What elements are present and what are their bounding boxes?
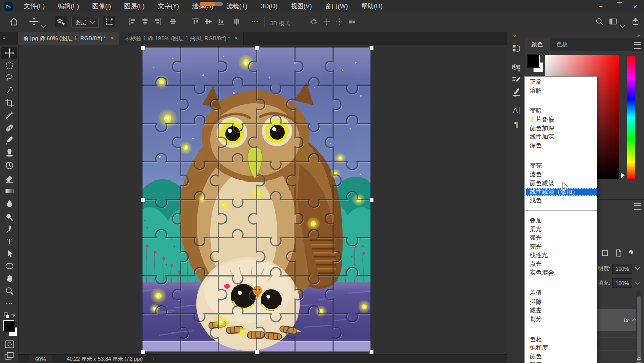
blend-mode-selected[interactable]: 线性减淡（添加） <box>525 188 597 196</box>
menu-2[interactable]: 图像(I) <box>86 0 118 12</box>
distribute-v-icon[interactable] <box>232 17 241 26</box>
blend-mode-item[interactable]: 减去 <box>525 306 597 315</box>
zoom-tool[interactable] <box>1 285 17 297</box>
dolly-3d-icon[interactable] <box>335 18 343 26</box>
blend-mode-item[interactable]: 深色 <box>525 141 597 150</box>
move-tool-dropdown-icon[interactable] <box>42 20 45 29</box>
clone-stamp-tool[interactable] <box>1 146 17 159</box>
pan-3d-icon[interactable] <box>323 18 331 26</box>
menu-8[interactable]: 视图(V) <box>284 0 318 12</box>
foreground-color-swatch[interactable] <box>528 55 540 67</box>
blend-mode-item[interactable]: 变亮 <box>525 162 597 170</box>
blend-mode-item[interactable]: 线性光 <box>525 251 597 260</box>
menu-7[interactable]: 3D(D) <box>254 0 284 12</box>
more-options-icon[interactable] <box>251 18 259 26</box>
panel-icon-materials[interactable] <box>510 62 522 73</box>
history-brush-tool[interactable] <box>1 159 17 171</box>
menu-0[interactable]: 文件(F) <box>17 0 51 12</box>
orbit-3d-icon[interactable] <box>310 18 318 26</box>
workspace-dropdown-icon[interactable] <box>621 20 624 29</box>
tools-collapse-icon[interactable]: » <box>3 35 5 40</box>
blend-mode-item[interactable]: 点光 <box>525 260 597 268</box>
transform-handle[interactable] <box>369 46 374 50</box>
panel-icon-history[interactable] <box>510 43 522 54</box>
healing-brush-tool[interactable] <box>1 122 17 134</box>
blend-mode-item[interactable]: 饱和度 <box>525 344 597 352</box>
blend-mode-item[interactable]: 差值 <box>525 289 597 297</box>
page-filter-icon[interactable] <box>614 249 623 257</box>
document-tab-1[interactable]: 未标题-1 @ 195% (图层 1 拷贝, RGB/8#) *× <box>119 32 243 45</box>
move-tool-option-icon[interactable] <box>29 17 38 26</box>
blend-mode-item[interactable]: 色相 <box>525 335 597 344</box>
blend-mode-item[interactable]: 颜色减淡 <box>525 179 597 188</box>
fill-value[interactable]: 100% <box>612 278 632 288</box>
opacity-value[interactable]: 100% <box>612 264 632 274</box>
shape-tool[interactable] <box>1 260 17 272</box>
panel-icon-brushes[interactable] <box>510 86 522 98</box>
hand-tool[interactable] <box>1 272 17 284</box>
blend-mode-item[interactable]: 亮光 <box>525 243 597 251</box>
search-icon[interactable] <box>595 17 604 26</box>
blend-mode-item[interactable]: 变暗 <box>525 107 597 115</box>
canvas-area[interactable] <box>19 45 507 354</box>
tab-close-icon[interactable]: × <box>235 35 238 42</box>
type-tool[interactable]: T <box>1 235 17 247</box>
blend-mode-item[interactable]: 颜色 <box>525 352 597 361</box>
show-transform-controls-toggle[interactable] <box>103 16 115 27</box>
menu-6[interactable]: 滤镜(T) <box>220 0 254 12</box>
panel-icon-brush-settings[interactable] <box>510 74 522 85</box>
fill-dropdown-icon[interactable] <box>633 278 641 287</box>
status-chevron-icon[interactable]: 〉 <box>152 356 157 363</box>
blur-tool[interactable] <box>1 197 17 209</box>
tab-swatches[interactable]: 色板 <box>550 38 574 51</box>
foreground-color[interactable] <box>3 320 14 331</box>
circle-filter-icon[interactable] <box>627 249 635 257</box>
blend-mode-item[interactable]: 溶解 <box>525 86 597 95</box>
close-button[interactable]: × <box>627 0 644 12</box>
transform-handle[interactable] <box>141 350 145 354</box>
layer-effects-row[interactable]: fx <box>597 309 639 331</box>
camera-3d-icon[interactable] <box>348 18 356 26</box>
blend-mode-item[interactable]: 划分 <box>525 315 597 323</box>
blend-mode-item[interactable]: 柔光 <box>525 225 597 234</box>
crop-tool[interactable] <box>1 97 17 109</box>
blend-mode-item[interactable]: 明度 <box>525 361 597 363</box>
tab-color[interactable]: 颜色 <box>525 38 550 51</box>
lasso-tool[interactable] <box>1 71 17 83</box>
blend-mode-item[interactable]: 浅色 <box>525 196 597 205</box>
color-panel-menu-icon[interactable] <box>634 42 641 49</box>
document-tab-0[interactable]: 前.jpg @ 60% (图层 1, RGB/8#) *× <box>18 32 119 45</box>
home-icon[interactable] <box>9 17 19 27</box>
align-center-h-icon[interactable] <box>141 17 149 26</box>
lock-layer-icon[interactable] <box>635 356 643 363</box>
opacity-dropdown-icon[interactable] <box>633 264 641 273</box>
marquee-tool[interactable] <box>1 59 17 71</box>
pen-tool[interactable] <box>1 223 17 235</box>
minimize-button[interactable]: − <box>592 0 609 12</box>
distribute-icon[interactable] <box>169 17 177 26</box>
blend-mode-item[interactable]: 正常 <box>525 78 597 86</box>
eyedropper-tool[interactable] <box>1 109 17 122</box>
bbox-filter-icon[interactable] <box>601 249 609 257</box>
dock-collapse-left-icon[interactable]: « <box>513 33 516 38</box>
document-canvas[interactable] <box>142 47 371 352</box>
blend-mode-item[interactable]: 正片叠底 <box>525 115 597 124</box>
blend-mode-item[interactable]: 排除 <box>525 297 597 306</box>
align-right-icon[interactable] <box>153 17 162 26</box>
panel-icon-paragraph[interactable]: ¶ <box>510 118 522 129</box>
path-select-tool[interactable] <box>1 248 17 260</box>
transform-handle[interactable] <box>369 198 374 202</box>
restore-button[interactable] <box>609 0 627 12</box>
dodge-tool[interactable] <box>1 211 17 223</box>
transform-handle[interactable] <box>369 350 374 354</box>
screen-mode-icon[interactable] <box>1 350 17 362</box>
layers-panel-menu-icon[interactable] <box>634 203 641 210</box>
blend-mode-item[interactable]: 颜色加深 <box>525 124 597 133</box>
edit-toolbar-icon[interactable] <box>1 297 17 310</box>
layer-target-select[interactable]: 图层 <box>71 17 99 28</box>
brush-tool[interactable] <box>1 134 17 146</box>
workspace-icon[interactable] <box>609 17 618 26</box>
menu-9[interactable]: 窗口(W) <box>318 0 355 12</box>
move-tool[interactable] <box>1 47 17 59</box>
auto-select-toggle[interactable] <box>55 16 67 27</box>
